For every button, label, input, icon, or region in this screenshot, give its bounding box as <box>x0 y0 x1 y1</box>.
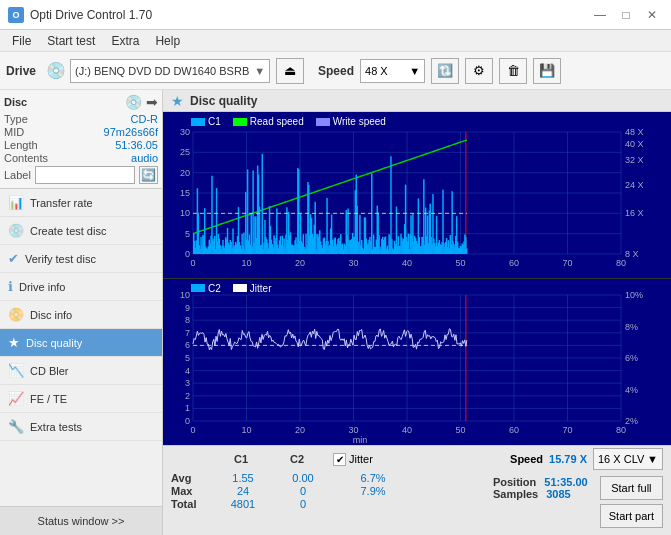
chart2-wrapper: C2 Jitter <box>163 279 671 446</box>
verify-test-disc-icon: ✔ <box>8 251 19 266</box>
legend-c2-label: C2 <box>208 283 221 294</box>
main-content: Disc 💿 ➡ Type CD-R MID 97m26s66f Length … <box>0 90 671 535</box>
pos-samples-buttons: Position 51:35.00 Samples 3085 Start ful… <box>493 476 663 528</box>
legend-jitter: Jitter <box>233 283 272 294</box>
total-c1: 4801 <box>213 498 273 510</box>
legend-c2-color <box>191 284 205 292</box>
speed-clv-arrow: ▼ <box>647 453 658 465</box>
disc-length-value: 51:36.05 <box>115 139 158 151</box>
disc-quality-header: ★ Disc quality <box>163 90 671 112</box>
disc-info-icon: 📀 <box>8 307 24 322</box>
transfer-rate-label: Transfer rate <box>30 197 93 209</box>
legend-c1-label: C1 <box>208 116 221 127</box>
start-part-button[interactable]: Start part <box>600 504 663 528</box>
toolbar: Drive 💿 (J:) BENQ DVD DD DW1640 BSRB ▼ ⏏… <box>0 52 671 90</box>
disc-panel: Disc 💿 ➡ Type CD-R MID 97m26s66f Length … <box>0 90 162 189</box>
sidebar-item-disc-quality[interactable]: ★ Disc quality <box>0 329 162 357</box>
jitter-checkbox[interactable]: ✔ <box>333 453 346 466</box>
sidebar-item-drive-info[interactable]: ℹ Drive info <box>0 273 162 301</box>
create-test-disc-icon: 💿 <box>8 223 24 238</box>
sidebar-item-cd-bler[interactable]: 📉 CD Bler <box>0 357 162 385</box>
title-bar: O Opti Drive Control 1.70 — □ ✕ <box>0 0 671 30</box>
menu-file[interactable]: File <box>4 32 39 50</box>
stats-headers: C1 C2 ✔ Jitter Speed 15.79 X 16 X CLV ▼ <box>163 446 671 470</box>
drive-select-arrow: ▼ <box>254 65 265 77</box>
sidebar-item-disc-info[interactable]: 📀 Disc info <box>0 301 162 329</box>
legend-write-speed-color <box>316 118 330 126</box>
window-controls: — □ ✕ <box>589 4 663 26</box>
speed-selector[interactable]: 48 X ▼ <box>360 59 425 83</box>
disc-mid-label: MID <box>4 126 24 138</box>
start-full-button[interactable]: Start full <box>600 476 663 500</box>
minimize-button[interactable]: — <box>589 4 611 26</box>
sidebar-item-fe-te[interactable]: 📈 FE / TE <box>0 385 162 413</box>
chart1-legend: C1 Read speed Write speed <box>191 116 386 127</box>
menu-start-test[interactable]: Start test <box>39 32 103 50</box>
refresh-button[interactable]: 🔃 <box>431 58 459 84</box>
fe-te-icon: 📈 <box>8 391 24 406</box>
stats-row-max: Max 24 0 7.9% <box>171 485 413 497</box>
menu-extra[interactable]: Extra <box>103 32 147 50</box>
sidebar-item-create-test-disc[interactable]: 💿 Create test disc <box>0 217 162 245</box>
speed-label: Speed <box>318 64 354 78</box>
right-controls-area: Position 51:35.00 Samples 3085 Start ful… <box>493 472 663 532</box>
legend-jitter-label: Jitter <box>250 283 272 294</box>
disc-mid-value: 97m26s66f <box>104 126 158 138</box>
erase-button[interactable]: 🗑 <box>499 58 527 84</box>
legend-jitter-color <box>233 284 247 292</box>
disc-label-row: Label 🔄 <box>4 166 158 184</box>
legend-write-speed: Write speed <box>316 116 386 127</box>
sidebar-item-extra-tests[interactable]: 🔧 Extra tests <box>0 413 162 441</box>
settings-button[interactable]: ⚙ <box>465 58 493 84</box>
maximize-button[interactable]: □ <box>615 4 637 26</box>
position-row: Position 51:35.00 <box>493 476 588 488</box>
drive-selector[interactable]: (J:) BENQ DVD DD DW1640 BSRB ▼ <box>70 59 270 83</box>
cd-bler-label: CD Bler <box>30 365 69 377</box>
header-c1: C1 <box>213 453 269 465</box>
disc-type-value: CD-R <box>131 113 159 125</box>
action-buttons: Start full Start part <box>600 476 663 528</box>
legend-read-speed: Read speed <box>233 116 304 127</box>
sidebar-item-verify-test-disc[interactable]: ✔ Verify test disc <box>0 245 162 273</box>
disc-contents-value: audio <box>131 152 158 164</box>
close-button[interactable]: ✕ <box>641 4 663 26</box>
disc-label-btn[interactable]: 🔄 <box>139 166 158 184</box>
legend-c1: C1 <box>191 116 221 127</box>
disc-length-label: Length <box>4 139 38 151</box>
eject-button[interactable]: ⏏ <box>276 58 304 84</box>
drive-info-label: Drive info <box>19 281 65 293</box>
legend-read-speed-label: Read speed <box>250 116 304 127</box>
disc-quality-header-icon: ★ <box>171 93 184 109</box>
avg-c2: 0.00 <box>273 472 333 484</box>
sidebar-item-transfer-rate[interactable]: 📊 Transfer rate <box>0 189 162 217</box>
max-jitter: 7.9% <box>333 485 413 497</box>
chart1-wrapper: C1 Read speed Write speed <box>163 112 671 279</box>
status-window-button[interactable]: Status window >> <box>0 507 162 535</box>
disc-label-input[interactable] <box>35 166 135 184</box>
speed-right-value: 15.79 X <box>549 453 587 465</box>
avg-jitter: 6.7% <box>333 472 413 484</box>
save-button[interactable]: 💾 <box>533 58 561 84</box>
disc-mid-row: MID 97m26s66f <box>4 126 158 138</box>
create-test-disc-label: Create test disc <box>30 225 106 237</box>
drive-label: Drive <box>6 64 36 78</box>
drive-select-value: (J:) BENQ DVD DD DW1640 BSRB <box>75 65 249 77</box>
avg-label: Avg <box>171 472 213 484</box>
speed-clv-selector[interactable]: 16 X CLV ▼ <box>593 448 663 470</box>
status-window-label: Status window >> <box>38 515 125 527</box>
total-jitter <box>333 498 413 510</box>
menu-bar: File Start test Extra Help <box>0 30 671 52</box>
right-panel: ★ Disc quality C1 Read speed <box>163 90 671 535</box>
max-c1: 24 <box>213 485 273 497</box>
samples-label: Samples <box>493 488 538 500</box>
position-value: 51:35.00 <box>544 476 587 488</box>
stats-bar: C1 C2 ✔ Jitter Speed 15.79 X 16 X CLV ▼ <box>163 445 671 535</box>
disc-type-row: Type CD-R <box>4 113 158 125</box>
disc-quality-header-title: Disc quality <box>190 94 257 108</box>
extra-tests-label: Extra tests <box>30 421 82 433</box>
charts-container: C1 Read speed Write speed <box>163 112 671 445</box>
max-c2: 0 <box>273 485 333 497</box>
menu-help[interactable]: Help <box>147 32 188 50</box>
speed-select-arrow: ▼ <box>409 65 420 77</box>
drive-info-icon: ℹ <box>8 279 13 294</box>
